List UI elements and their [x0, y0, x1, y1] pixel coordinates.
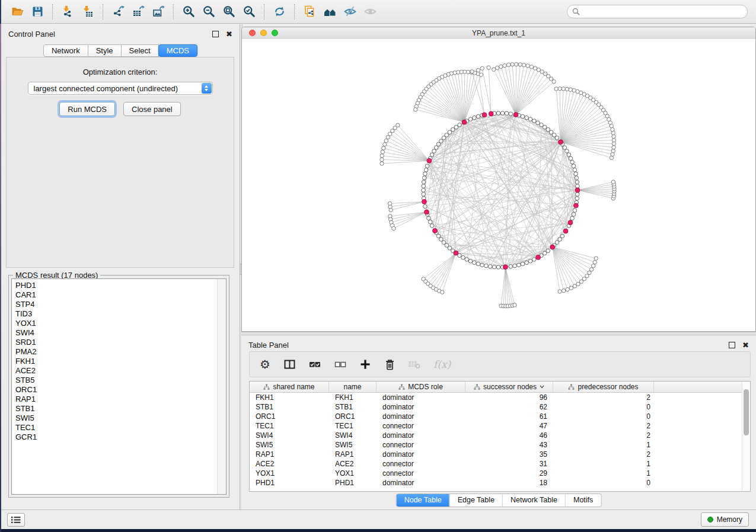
graph-node[interactable] — [422, 188, 426, 193]
graph-node[interactable] — [528, 259, 532, 264]
table-row[interactable]: ACE2ACE2connector311 — [250, 459, 750, 469]
cell-shared-name[interactable]: PHD1 — [250, 479, 329, 487]
graph-node[interactable] — [496, 265, 500, 270]
graph-node[interactable] — [422, 193, 426, 197]
graph-hub-node[interactable] — [462, 120, 467, 124]
graph-node[interactable] — [521, 262, 525, 266]
refresh-button[interactable] — [269, 2, 289, 21]
graph-node[interactable] — [422, 184, 426, 188]
graph-leaf-node[interactable] — [380, 154, 384, 158]
settings-button[interactable]: ⚙ — [259, 357, 271, 371]
graph-node[interactable] — [525, 261, 529, 265]
cell-name[interactable]: RAP1 — [329, 450, 377, 459]
graph-node[interactable] — [565, 149, 569, 153]
graph-node[interactable] — [509, 265, 513, 269]
graph-node[interactable] — [473, 116, 477, 120]
graph-node[interactable] — [430, 153, 434, 157]
graph-node[interactable] — [570, 216, 575, 220]
graph-leaf-node[interactable] — [611, 180, 615, 184]
float-table-panel-icon[interactable] — [729, 342, 735, 348]
cell-successor-nodes[interactable]: 43 — [465, 441, 553, 449]
cell-MCDS-role[interactable]: dominator — [377, 450, 465, 459]
graph-leaf-node[interactable] — [589, 268, 593, 271]
graph-node[interactable] — [423, 172, 428, 176]
mcds-result-item[interactable]: ORC1 — [15, 385, 217, 395]
cell-shared-name[interactable]: ACE2 — [250, 460, 329, 468]
graph-node[interactable] — [540, 123, 544, 127]
table-row[interactable]: PHD1PHD1dominator180 — [250, 478, 750, 488]
mcds-result-item[interactable]: TID3 — [15, 309, 217, 319]
table-row[interactable]: YOX1YOX1connector291 — [250, 469, 750, 478]
graph-node[interactable] — [480, 263, 484, 267]
split-view-button[interactable] — [283, 357, 296, 371]
cell-successor-nodes[interactable]: 62 — [465, 403, 553, 411]
mcds-result-item[interactable]: FKH1 — [15, 357, 217, 366]
graph-hub-node[interactable] — [568, 220, 573, 225]
graph-leaf-node[interactable] — [611, 131, 615, 134]
window-close-icon[interactable] — [249, 30, 256, 36]
cell-name[interactable]: TEC1 — [329, 422, 377, 430]
cell-shared-name[interactable]: YOX1 — [250, 469, 329, 477]
column-header-MCDS-role[interactable]: MCDS role — [377, 382, 465, 392]
graph-node[interactable] — [465, 258, 469, 262]
cell-predecessor-nodes[interactable]: 1 — [553, 441, 654, 449]
graph-hub-node[interactable] — [550, 245, 555, 249]
tab-node-table[interactable]: Node Table — [397, 494, 449, 507]
cell-successor-nodes[interactable]: 18 — [465, 479, 553, 487]
graph-node[interactable] — [517, 263, 521, 267]
graph-node[interactable] — [558, 238, 562, 242]
graph-node[interactable] — [484, 264, 489, 268]
graph-hub-node[interactable] — [433, 229, 438, 233]
graph-leaf-node[interactable] — [612, 138, 615, 142]
graph-leaf-node[interactable] — [499, 65, 503, 68]
cell-shared-name[interactable]: RAP1 — [250, 450, 329, 459]
tab-edge-table[interactable]: Edge Table — [449, 494, 502, 507]
graph-node[interactable] — [573, 209, 577, 213]
graph-leaf-node[interactable] — [480, 66, 484, 70]
graph-node[interactable] — [576, 184, 580, 188]
search-box[interactable] — [567, 5, 748, 18]
graph-leaf-node[interactable] — [383, 143, 387, 146]
graph-leaf-node[interactable] — [518, 63, 522, 66]
close-table-panel-icon[interactable]: ✖ — [742, 342, 749, 348]
zoom-in-button[interactable] — [178, 2, 199, 21]
graph-leaf-node[interactable] — [487, 66, 490, 69]
cell-predecessor-nodes[interactable]: 2 — [553, 393, 654, 402]
cell-predecessor-nodes[interactable]: 0 — [553, 403, 654, 411]
cell-predecessor-nodes[interactable]: 2 — [553, 450, 654, 459]
graph-node[interactable] — [500, 111, 505, 116]
tab-network-table[interactable]: Network Table — [502, 494, 565, 507]
graph-node[interactable] — [428, 220, 432, 224]
close-panel-icon[interactable]: ✖ — [226, 31, 232, 37]
graph-leaf-node[interactable] — [588, 271, 591, 274]
graph-hub-node[interactable] — [536, 255, 541, 260]
mcds-result-item[interactable]: SRD1 — [15, 338, 217, 347]
graph-node[interactable] — [423, 204, 428, 209]
graph-node[interactable] — [536, 121, 540, 125]
zoom-fit-button[interactable] — [219, 2, 239, 21]
graph-node[interactable] — [492, 265, 496, 269]
graph-leaf-node[interactable] — [558, 290, 562, 293]
graph-hub-node[interactable] — [427, 158, 432, 163]
cell-successor-nodes[interactable]: 61 — [465, 412, 553, 421]
tab-select[interactable]: Select — [122, 44, 159, 57]
cell-MCDS-role[interactable]: dominator — [377, 403, 465, 411]
graph-node[interactable] — [509, 112, 513, 116]
graph-leaf-node[interactable] — [612, 146, 615, 149]
task-history-button[interactable] — [7, 513, 25, 527]
graph-node[interactable] — [422, 180, 426, 184]
graph-node[interactable] — [496, 111, 500, 116]
cell-shared-name[interactable]: TEC1 — [250, 422, 329, 430]
graph-leaf-node[interactable] — [513, 303, 516, 307]
graph-leaf-node[interactable] — [503, 64, 506, 68]
graph-leaf-node[interactable] — [522, 63, 525, 67]
graph-leaf-node[interactable] — [392, 226, 395, 230]
cell-shared-name[interactable]: SWI5 — [250, 441, 329, 449]
graph-leaf-node[interactable] — [526, 64, 529, 68]
graph-node[interactable] — [569, 156, 573, 161]
mcds-result-item[interactable]: YOX1 — [15, 319, 217, 328]
cell-successor-nodes[interactable]: 31 — [465, 460, 553, 468]
graph-leaf-node[interactable] — [529, 65, 533, 69]
graph-node[interactable] — [468, 117, 473, 121]
cell-shared-name[interactable]: STB1 — [250, 403, 329, 411]
